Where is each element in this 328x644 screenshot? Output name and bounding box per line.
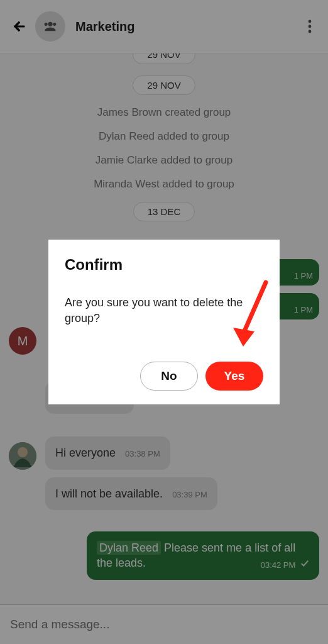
yes-button[interactable]: Yes xyxy=(205,362,263,391)
modal-overlay[interactable]: Confirm Are you sure you want to delete … xyxy=(0,0,328,644)
svg-marker-6 xyxy=(233,328,254,347)
no-button[interactable]: No xyxy=(140,362,198,391)
dialog-title: Confirm xyxy=(65,256,263,274)
dialog-body: Are you sure you want to delete the grou… xyxy=(65,295,263,326)
dialog-actions: No Yes xyxy=(65,362,263,391)
confirm-dialog: Confirm Are you sure you want to delete … xyxy=(48,240,280,404)
